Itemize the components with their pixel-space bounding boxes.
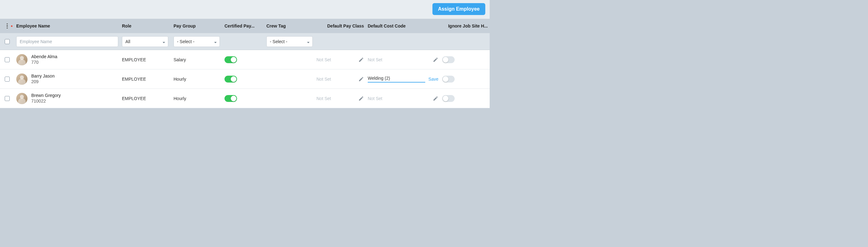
avatar xyxy=(16,93,28,104)
cost-code-value[interactable]: Welding (2) xyxy=(368,76,390,81)
ignore-job-site-toggle[interactable] xyxy=(442,56,455,63)
col-default-pay-class[interactable]: Default Pay Class xyxy=(315,24,366,28)
employee-id: 770 xyxy=(31,60,57,65)
pay-group-value: Salary xyxy=(172,57,223,62)
toolbar: Assign Employee xyxy=(0,0,490,19)
col-pay-group[interactable]: Pay Group xyxy=(172,24,223,28)
chevron-down-icon xyxy=(307,40,310,43)
pencil-icon[interactable] xyxy=(358,96,364,101)
pay-group-value: Hourly xyxy=(172,76,223,82)
col-certified-pay[interactable]: Certified Pay... xyxy=(223,24,265,28)
role-value: EMPLOYEE xyxy=(120,57,172,62)
role-value: EMPLOYEE xyxy=(120,76,172,82)
col-role[interactable]: Role xyxy=(120,24,172,28)
employee-name: Brewn Gregory xyxy=(31,93,61,98)
certified-pay-toggle[interactable] xyxy=(224,95,237,102)
filter-role-select[interactable]: All xyxy=(122,36,168,47)
table-body: Abende Alma770EMPLOYEESalaryNot SetNot S… xyxy=(0,50,490,108)
employee-id: 209 xyxy=(31,79,55,85)
filter-crew-tag-value: - Select - xyxy=(270,39,287,44)
cost-code-value: Not Set xyxy=(368,57,382,62)
certified-pay-toggle[interactable] xyxy=(224,56,237,63)
col-ignore-job-site[interactable]: Ignore Job Site H... xyxy=(440,24,490,28)
filter-pay-group-value: - Select - xyxy=(177,39,194,44)
pencil-icon[interactable] xyxy=(433,96,438,101)
pencil-icon[interactable] xyxy=(358,76,364,82)
chevron-down-icon xyxy=(214,40,217,43)
row-checkbox[interactable] xyxy=(5,57,10,62)
avatar xyxy=(16,73,28,85)
employee-name: Barry Jason xyxy=(31,73,55,79)
col-employee-name[interactable]: Employee Name xyxy=(14,24,120,28)
save-cost-code-button[interactable]: Save xyxy=(428,76,438,82)
chevron-down-icon xyxy=(162,40,165,43)
filter-employee-name-input[interactable] xyxy=(16,36,118,47)
filter-pay-group-select[interactable]: - Select - xyxy=(174,36,220,47)
role-value: EMPLOYEE xyxy=(120,96,172,101)
employee-name: Abende Alma xyxy=(31,54,57,60)
table-row: Abende Alma770EMPLOYEESalaryNot SetNot S… xyxy=(0,50,490,69)
column-menu-button[interactable] xyxy=(6,24,8,29)
assign-employee-button[interactable]: Assign Employee xyxy=(432,3,485,15)
table-row: Barry Jason209EMPLOYEEHourlyNot SetWeldi… xyxy=(0,69,490,89)
row-checkbox[interactable] xyxy=(5,96,10,101)
table-row: Brewn Gregory710022EMPLOYEEHourlyNot Set… xyxy=(0,89,490,108)
pay-class-value: Not Set xyxy=(316,76,331,82)
filter-crew-tag-select[interactable]: - Select - xyxy=(267,36,313,47)
pay-class-value: Not Set xyxy=(316,96,331,101)
ignore-job-site-toggle[interactable] xyxy=(442,95,455,102)
select-all-checkbox[interactable] xyxy=(5,39,10,44)
pencil-icon[interactable] xyxy=(433,57,438,63)
col-crew-tag[interactable]: Crew Tag xyxy=(265,24,315,28)
table-header: Employee Name Role Pay Group Certified P… xyxy=(0,19,490,33)
employee-id: 710022 xyxy=(31,98,61,104)
avatar xyxy=(16,54,28,65)
certified-pay-toggle[interactable] xyxy=(224,76,237,83)
table-filter-row: All - Select - - Select - xyxy=(0,33,490,50)
pay-group-value: Hourly xyxy=(172,96,223,101)
column-menu-badge xyxy=(11,25,12,27)
pay-class-value: Not Set xyxy=(316,57,331,62)
ignore-job-site-toggle[interactable] xyxy=(442,76,455,83)
col-default-cost-code[interactable]: Default Cost Code xyxy=(366,24,440,28)
filter-role-value: All xyxy=(125,39,130,44)
row-checkbox[interactable] xyxy=(5,76,10,82)
pencil-icon[interactable] xyxy=(358,57,364,63)
cost-code-value: Not Set xyxy=(368,96,382,101)
